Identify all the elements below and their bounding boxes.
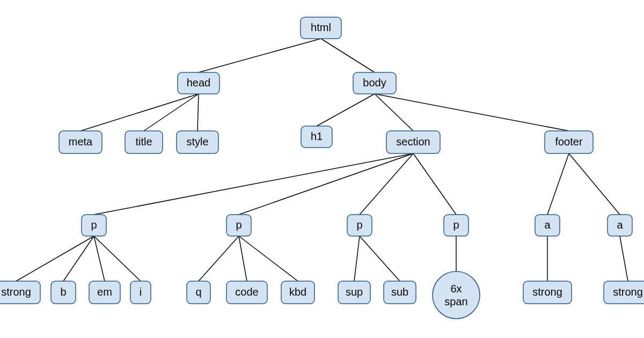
node-p3: p bbox=[347, 215, 372, 236]
node-label-sub: sub bbox=[391, 286, 408, 298]
node-label-strong1: strong bbox=[1, 286, 31, 298]
edge-head-meta bbox=[80, 94, 199, 131]
node-label-a2: a bbox=[617, 219, 623, 231]
edge-p3-sub bbox=[360, 236, 400, 281]
edge-body-footer bbox=[375, 94, 569, 131]
node-label-html: html bbox=[311, 21, 331, 33]
node-label-strong2: strong bbox=[532, 286, 562, 298]
node-sub: sub bbox=[384, 281, 416, 304]
node-label-meta: meta bbox=[69, 136, 93, 148]
node-meta: meta bbox=[59, 131, 102, 153]
edge-section-p1 bbox=[94, 153, 413, 215]
edge-p1-i bbox=[94, 236, 141, 281]
edge-head-style bbox=[197, 94, 199, 131]
edge-footer-a2 bbox=[569, 153, 620, 215]
node-sup: sup bbox=[338, 281, 370, 304]
edge-p3-sup bbox=[354, 236, 360, 281]
node-section: section bbox=[386, 131, 440, 153]
node-shape-span6 bbox=[433, 271, 480, 319]
node-label-p4: p bbox=[453, 219, 459, 231]
edge-a2-strong3 bbox=[620, 236, 628, 281]
node-label-sup: sup bbox=[346, 286, 363, 298]
node-kbd: kbd bbox=[281, 281, 314, 304]
dom-tree-diagram: htmlheadbodymetatitlestyleh1sectionfoote… bbox=[0, 0, 644, 338]
node-label-p2: p bbox=[236, 219, 241, 231]
edge-p2-q bbox=[199, 236, 239, 281]
edge-footer-a1 bbox=[547, 153, 569, 215]
edge-section-p2 bbox=[239, 153, 413, 215]
node-label-h1: h1 bbox=[311, 130, 323, 142]
node-label-style: style bbox=[186, 136, 208, 148]
node-style: style bbox=[177, 131, 218, 153]
node-h1: h1 bbox=[301, 126, 332, 148]
node-label-title: title bbox=[135, 136, 152, 148]
node-label-code: code bbox=[235, 286, 258, 298]
node-em: em bbox=[89, 281, 120, 304]
node-p1: p bbox=[82, 215, 106, 236]
edge-html-head bbox=[199, 39, 321, 72]
node-label-b: b bbox=[60, 286, 66, 298]
node-b: b bbox=[51, 281, 76, 304]
node-label-kbd: kbd bbox=[289, 286, 306, 298]
node-label-strong3: strong bbox=[613, 286, 643, 298]
node-q: q bbox=[187, 281, 210, 304]
edge-p1-strong1 bbox=[16, 236, 94, 281]
node-label-span6-line2: span bbox=[444, 296, 467, 307]
node-strong3: strong bbox=[604, 281, 644, 304]
node-title: title bbox=[125, 131, 163, 153]
edge-body-h1 bbox=[317, 94, 375, 126]
edge-head-title bbox=[144, 94, 199, 131]
node-a1: a bbox=[535, 215, 560, 236]
node-i: i bbox=[130, 281, 151, 304]
node-label-body: body bbox=[363, 77, 386, 89]
node-html: html bbox=[301, 17, 341, 39]
node-p4: p bbox=[444, 215, 469, 236]
node-label-p1: p bbox=[91, 219, 97, 231]
node-label-em: em bbox=[97, 286, 112, 298]
edge-p2-kbd bbox=[239, 236, 298, 281]
node-label-footer: footer bbox=[555, 136, 582, 148]
edge-html-body bbox=[321, 39, 375, 72]
node-label-a1: a bbox=[544, 219, 551, 231]
node-body: body bbox=[353, 72, 396, 94]
node-p2: p bbox=[226, 215, 251, 236]
node-label-section: section bbox=[396, 136, 430, 148]
node-strong1: strong bbox=[0, 281, 40, 304]
edge-body-section bbox=[375, 94, 413, 131]
node-a2: a bbox=[608, 215, 632, 236]
node-label-head: head bbox=[187, 77, 211, 89]
node-label-q: q bbox=[195, 286, 201, 298]
node-label-p3: p bbox=[356, 219, 362, 231]
node-footer: footer bbox=[545, 131, 593, 153]
edge-p1-em bbox=[94, 236, 105, 281]
node-strong2: strong bbox=[523, 281, 572, 304]
edge-p2-code bbox=[239, 236, 247, 281]
node-head: head bbox=[178, 72, 219, 94]
node-span6: 6xspan bbox=[433, 271, 480, 319]
node-label-span6-line1: 6x bbox=[450, 283, 462, 295]
node-code: code bbox=[226, 281, 267, 304]
edge-section-p4 bbox=[413, 153, 456, 215]
node-label-i: i bbox=[140, 286, 142, 298]
edge-p1-b bbox=[63, 236, 94, 281]
